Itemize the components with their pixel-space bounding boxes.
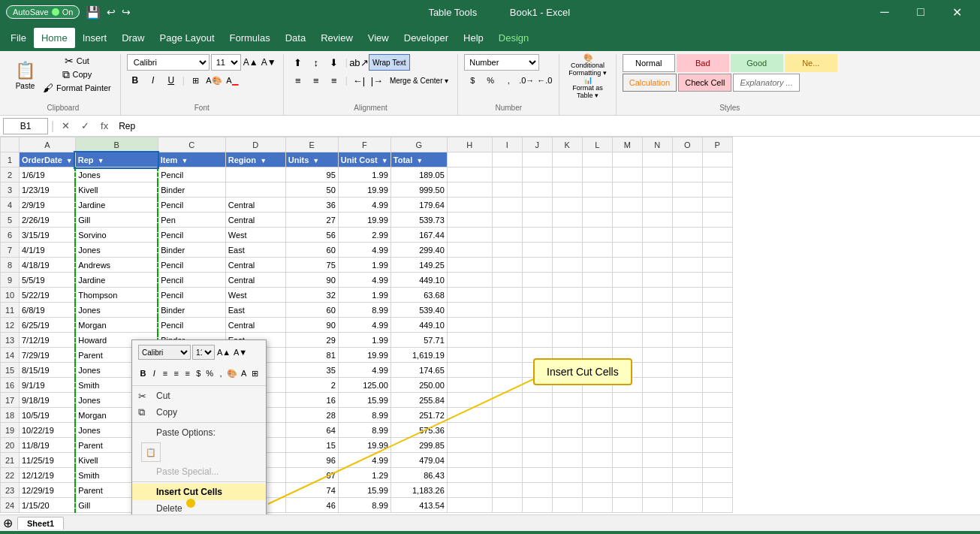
cell-empty[interactable] [447,183,492,198]
cell-D4[interactable]: Central [225,198,285,213]
cell-G16[interactable]: 250.00 [390,378,447,393]
cell-F17[interactable]: 15.99 [338,393,390,408]
cell-F7[interactable]: 4.99 [338,243,390,258]
cell-empty[interactable] [522,393,552,408]
cell-empty[interactable] [672,483,702,498]
cell-D11[interactable]: East [225,303,285,318]
cell-F14[interactable]: 19.99 [338,348,390,363]
cell-E11[interactable]: 60 [285,303,338,318]
cell-empty[interactable] [642,183,672,198]
ctx-font-select[interactable]: Calibri [138,345,191,360]
cell-empty[interactable] [492,213,522,228]
style-good[interactable]: Good [731,54,783,72]
menu-page-layout[interactable]: Page Layout [152,28,222,48]
align-middle-button[interactable]: ↕ [308,54,324,71]
cell-A6[interactable]: 3/15/19 [20,228,76,243]
cell-empty[interactable] [447,273,492,288]
cell-empty[interactable] [672,348,702,363]
cell-A15[interactable]: 8/15/19 [20,363,76,378]
orientation-button[interactable]: ab↗ [351,54,367,71]
cell-G19[interactable]: 575.36 [390,423,447,438]
cell-empty[interactable] [522,228,552,243]
cell-E1[interactable]: Units ▼ [285,152,338,167]
save-icon[interactable]: 💾 [86,5,101,20]
decimal-decrease-button[interactable]: ←.0 [536,72,553,89]
cell-empty[interactable] [612,498,642,513]
cell-D7[interactable]: East [225,243,285,258]
cell-A1[interactable]: OrderDate ▼ [20,152,76,167]
cell-D2[interactable] [225,167,285,183]
cell-empty[interactable] [552,213,582,228]
cell-empty[interactable] [522,453,552,468]
cell-empty[interactable] [672,198,702,213]
cell-empty[interactable] [582,423,612,438]
ctx-delete-item[interactable]: Delete [132,500,266,514]
cell-empty[interactable] [642,213,672,228]
cell-empty[interactable] [642,393,672,408]
cell-G7[interactable]: 299.40 [390,243,447,258]
cell-empty[interactable] [582,333,612,348]
cell-D8[interactable]: Central [225,258,285,273]
cell-empty[interactable] [522,333,552,348]
col-header-H[interactable]: H [447,137,492,152]
cell-empty[interactable] [642,468,672,483]
ctx-border-button[interactable]: ⊞ [250,366,260,381]
cell-B10[interactable]: Thompson [75,288,158,303]
cell-empty[interactable] [582,198,612,213]
cell-empty[interactable] [447,318,492,333]
cell-empty[interactable] [552,318,582,333]
ctx-align-right-button[interactable]: ≡ [182,366,192,381]
cell-K1[interactable] [552,152,582,167]
cell-empty[interactable] [522,167,552,183]
ctx-bold-button[interactable]: B [138,366,148,381]
cell-C9[interactable]: Pencil [158,273,225,288]
cell-empty[interactable] [582,243,612,258]
minimize-button[interactable]: ─ [867,0,902,24]
cell-E20[interactable]: 15 [285,438,338,453]
cell-empty[interactable] [642,333,672,348]
cell-B8[interactable]: Andrews [75,258,158,273]
cell-empty[interactable] [492,378,522,393]
conditional-formatting-button[interactable]: 🎨 ConditionalFormatting ▾ [565,54,610,75]
cell-empty[interactable] [522,183,552,198]
cell-H1[interactable] [447,152,492,167]
style-bad[interactable]: Bad [677,54,729,72]
cell-empty[interactable] [552,228,582,243]
merge-center-button[interactable]: Merge & Center ▾ [387,72,451,89]
cell-empty[interactable] [702,198,732,213]
cell-A12[interactable]: 6/25/19 [20,318,76,333]
cell-D5[interactable]: Central [225,213,285,228]
ctx-percent-button[interactable]: % [205,366,215,381]
cell-empty[interactable] [702,318,732,333]
cell-E10[interactable]: 32 [285,288,338,303]
cell-F8[interactable]: 1.99 [338,258,390,273]
cell-I1[interactable] [492,152,522,167]
cell-C11[interactable]: Binder [158,303,225,318]
col-header-N[interactable]: N [642,137,672,152]
cell-empty[interactable] [447,378,492,393]
cell-empty[interactable] [612,183,642,198]
cell-E15[interactable]: 35 [285,363,338,378]
menu-developer[interactable]: Developer [397,28,456,48]
cell-empty[interactable] [702,348,732,363]
cell-empty[interactable] [552,167,582,183]
cell-C8[interactable]: Pencil [158,258,225,273]
cell-G21[interactable]: 479.04 [390,453,447,468]
cell-empty[interactable] [612,243,642,258]
ctx-paste-special-item[interactable]: Paste Special... [132,463,266,480]
font-size-select[interactable]: 11 [211,54,241,71]
insert-function-button[interactable]: fx [96,118,113,134]
cancel-formula-button[interactable]: ✕ [57,118,74,134]
col-header-M[interactable]: M [612,137,642,152]
border-button[interactable]: ⊞ [188,72,204,89]
cell-empty[interactable] [522,438,552,453]
cell-empty[interactable] [702,183,732,198]
ctx-fill-button[interactable]: 🎨 [227,366,237,381]
cell-empty[interactable] [642,423,672,438]
cell-empty[interactable] [642,288,672,303]
cell-empty[interactable] [612,318,642,333]
cell-empty[interactable] [492,438,522,453]
cell-empty[interactable] [672,243,702,258]
col-header-O[interactable]: O [672,137,702,152]
cell-empty[interactable] [672,438,702,453]
